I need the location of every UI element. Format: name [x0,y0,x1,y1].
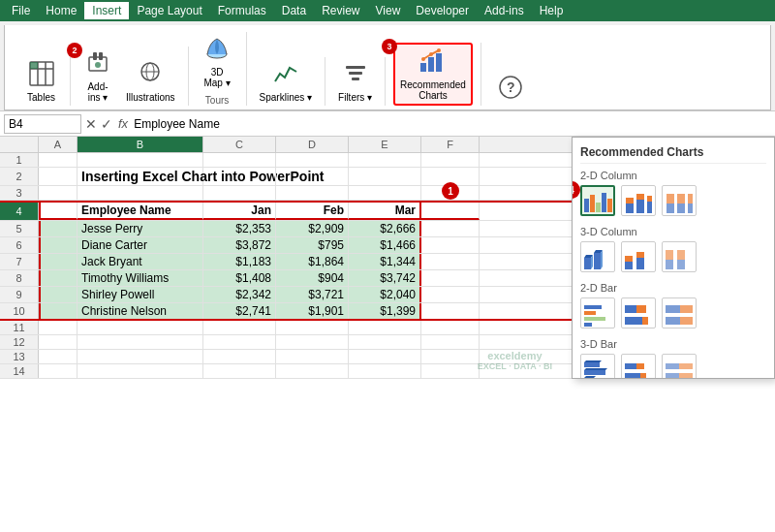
cell-f13[interactable] [421,350,480,363]
cell-a1[interactable] [39,153,78,167]
cell-d14[interactable] [276,364,349,378]
cell-c5[interactable]: $2,353 [203,221,276,236]
cell-a2[interactable] [39,168,78,185]
cell-c14[interactable] [203,364,276,378]
menu-formulas[interactable]: Formulas [210,2,274,19]
cell-e6[interactable]: $1,466 [349,237,421,253]
cell-c1[interactable] [203,153,276,167]
cell-d10[interactable]: $1,901 [276,303,349,319]
cell-f10[interactable] [421,303,480,319]
addins-button[interactable]: Add-ins ▾ [78,47,117,106]
cell-a14[interactable] [39,364,78,378]
cell-d9[interactable]: $3,721 [276,287,349,302]
cell-c11[interactable] [203,321,276,334]
cell-b11[interactable] [78,321,203,334]
cell-e11[interactable] [349,321,421,334]
cell-f6[interactable] [421,237,480,253]
cell-c12[interactable] [203,335,276,349]
cell-c9[interactable]: $2,342 [203,287,276,302]
menu-data[interactable]: Data [274,2,314,19]
cell-d1[interactable] [276,153,349,167]
cell-f14[interactable] [421,364,480,378]
menu-addins[interactable]: Add-ins [477,2,532,19]
filters-button[interactable]: Filters ▾ [333,57,377,106]
cell-a12[interactable] [39,335,78,349]
cell-f4[interactable] [421,203,480,220]
cell-f11[interactable] [421,321,480,334]
cell-b14[interactable] [78,364,203,378]
cell-e14[interactable] [349,364,421,378]
name-box[interactable] [4,114,81,134]
cell-a10[interactable] [39,303,78,319]
cell-e3[interactable] [349,186,421,200]
menu-developer[interactable]: Developer [408,2,477,19]
cell-c3[interactable] [203,186,276,200]
clustered-column-chart[interactable] [580,185,615,216]
cell-e12[interactable] [349,335,421,349]
cell-d4[interactable]: Feb [276,203,349,220]
cell-d8[interactable]: $904 [276,270,349,286]
cell-a5[interactable] [39,221,78,236]
cell-b13[interactable] [78,350,203,363]
cell-a13[interactable] [39,350,78,363]
3d-stacked-bar-chart[interactable] [621,354,656,379]
cell-e5[interactable]: $2,666 [349,221,421,236]
cell-e2[interactable] [349,168,421,185]
3d-clustered-column-chart[interactable] [580,241,615,272]
cell-a6[interactable] [39,237,78,253]
cell-e4[interactable]: Mar [349,203,421,220]
3d-stacked-column-chart[interactable] [621,241,656,272]
recommended-charts-button[interactable]: RecommendedCharts [393,43,473,106]
cell-d7[interactable]: $1,864 [276,254,349,269]
cell-b9[interactable]: Shirley Powell [78,287,203,302]
cell-e1[interactable] [349,153,421,167]
cell-f9[interactable] [421,287,480,302]
cell-d12[interactable] [276,335,349,349]
cell-f12[interactable] [421,335,480,349]
100-stacked-column-chart[interactable] [662,185,697,216]
help-button[interactable]: ? [491,72,530,106]
3d-100-stacked-column-chart[interactable] [662,241,697,272]
cell-b2[interactable]: Inserting Excel Chart into PowerPoint [78,168,203,185]
cell-f8[interactable] [421,270,480,286]
stacked-bar-chart[interactable] [621,297,656,329]
illustrations-button[interactable]: Illustrations [121,57,180,106]
stacked-column-chart[interactable] [621,185,656,216]
formula-input[interactable] [134,117,771,131]
tables-button[interactable]: Tables [22,57,61,106]
cell-e13[interactable] [349,350,421,363]
cell-a8[interactable] [39,270,78,286]
cell-d3[interactable] [276,186,349,200]
cell-a4[interactable] [39,203,78,220]
cell-b10[interactable]: Christine Nelson [78,303,203,319]
cell-b3[interactable] [78,186,203,200]
cell-a9[interactable] [39,287,78,302]
menu-insert[interactable]: Insert [84,2,129,19]
menu-home[interactable]: Home [38,2,84,19]
100-stacked-bar-chart[interactable] [662,297,697,329]
cell-e10[interactable]: $1,399 [349,303,421,319]
cell-c10[interactable]: $2,741 [203,303,276,319]
menu-view[interactable]: View [368,2,409,19]
cell-c2[interactable] [203,168,276,185]
menu-review[interactable]: Review [314,2,367,19]
cell-a3[interactable] [39,186,78,200]
cell-b4[interactable]: Employee Name [78,203,203,220]
cell-c8[interactable]: $1,408 [203,270,276,286]
sparklines-button[interactable]: Sparklines ▾ [255,57,317,106]
cell-d13[interactable] [276,350,349,363]
confirm-icon[interactable]: ✓ [101,116,112,132]
cell-f1[interactable] [421,153,480,167]
clustered-bar-chart[interactable] [580,297,615,329]
cell-a11[interactable] [39,321,78,334]
cell-b5[interactable]: Jesse Perry [78,221,203,236]
cell-e7[interactable]: $1,344 [349,254,421,269]
cell-c4[interactable]: Jan [203,203,276,220]
cell-b6[interactable]: Diane Carter [78,237,203,253]
cancel-icon[interactable]: ✕ [85,116,97,132]
menu-help[interactable]: Help [532,2,572,19]
cell-d6[interactable]: $795 [276,237,349,253]
cell-e8[interactable]: $3,742 [349,270,421,286]
3d-clustered-bar-chart[interactable] [580,354,615,379]
menu-page-layout[interactable]: Page Layout [129,2,209,19]
